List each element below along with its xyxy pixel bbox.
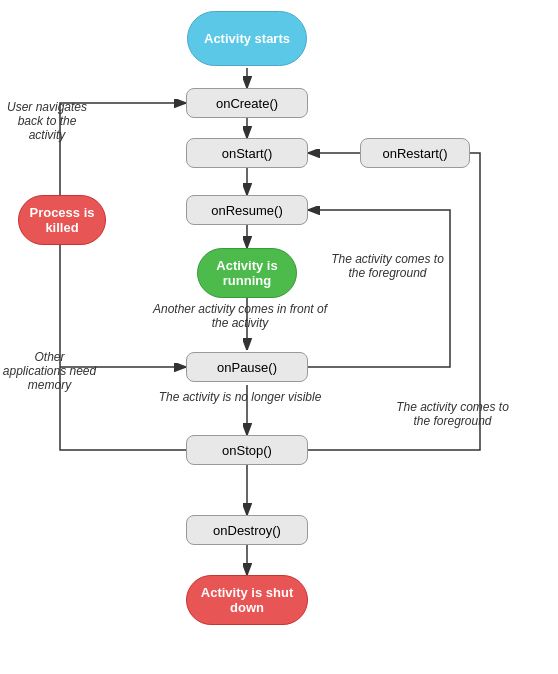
- oncreate-node: onCreate(): [186, 88, 308, 118]
- onrestart-label: onRestart(): [382, 146, 447, 161]
- lifecycle-diagram: Activity starts onCreate() onStart() onR…: [0, 0, 558, 674]
- onstart-label: onStart(): [222, 146, 273, 161]
- onstart-node: onStart(): [186, 138, 308, 168]
- user-navigates-back-label: User navigates back to the activity: [2, 100, 92, 142]
- ondestroy-node: onDestroy(): [186, 515, 308, 545]
- onrestart-node: onRestart(): [360, 138, 470, 168]
- onpause-label: onPause(): [217, 360, 277, 375]
- other-apps-memory-label: Other applications need memory: [2, 350, 97, 392]
- activity-foreground-1-label: The activity comes to the foreground: [330, 252, 445, 280]
- ondestroy-label: onDestroy(): [213, 523, 281, 538]
- process-killed-node: Process is killed: [18, 195, 106, 245]
- onresume-node: onResume(): [186, 195, 308, 225]
- activity-foreground-2-label: The activity comes to the foreground: [395, 400, 510, 428]
- onresume-label: onResume(): [211, 203, 283, 218]
- activity-running-label: Activity is running: [198, 258, 296, 288]
- oncreate-label: onCreate(): [216, 96, 278, 111]
- another-activity-label: Another activity comes in front of the a…: [150, 302, 330, 330]
- onpause-node: onPause(): [186, 352, 308, 382]
- no-longer-visible-label: The activity is no longer visible: [120, 390, 360, 404]
- activity-shutdown-label: Activity is shut down: [187, 585, 307, 615]
- onstop-label: onStop(): [222, 443, 272, 458]
- activity-shutdown-node: Activity is shut down: [186, 575, 308, 625]
- onstop-node: onStop(): [186, 435, 308, 465]
- activity-starts-node: Activity starts: [187, 11, 307, 66]
- activity-running-node: Activity is running: [197, 248, 297, 298]
- process-killed-label: Process is killed: [19, 205, 105, 235]
- activity-starts-label: Activity starts: [204, 31, 290, 46]
